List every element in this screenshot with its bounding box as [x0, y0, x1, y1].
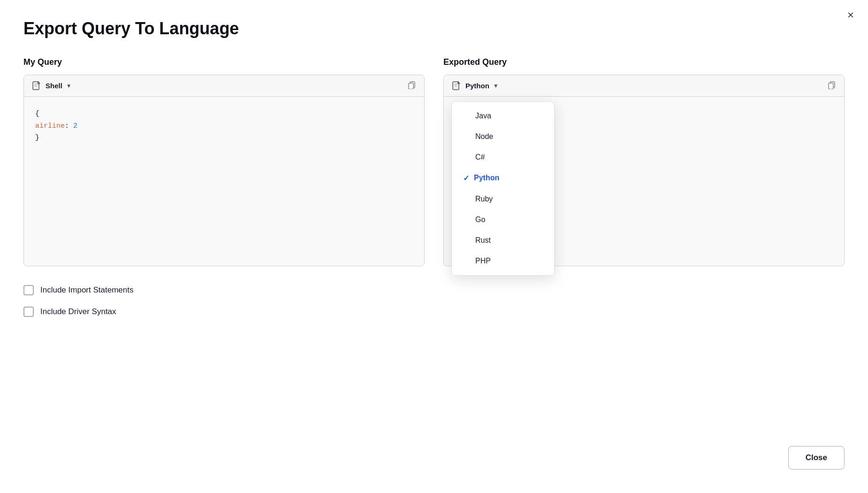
checkboxes-section: Include Import Statements Include Driver… — [23, 285, 845, 317]
modal-container: × Export Query To Language My Query — [0, 0, 868, 493]
my-query-label: My Query — [23, 57, 425, 67]
dropdown-item-node[interactable]: Node — [452, 126, 554, 147]
my-query-content: { airline: 2 } — [24, 97, 424, 266]
dropdown-item-python[interactable]: ✓ Python — [452, 168, 554, 189]
modal-title: Export Query To Language — [23, 19, 845, 39]
dropdown-item-ruby[interactable]: Ruby — [452, 189, 554, 209]
exported-query-editor-box: Python ▼ Java Node — [443, 75, 845, 266]
copy-icon — [407, 80, 417, 89]
include-import-checkbox[interactable] — [23, 285, 34, 295]
exported-query-label: Exported Query — [443, 57, 845, 67]
include-import-label: Include Import Statements — [40, 285, 133, 295]
code-key: airline — [35, 122, 65, 130]
shell-doc-icon — [31, 81, 42, 91]
svg-rect-5 — [829, 83, 833, 89]
include-driver-checkbox[interactable] — [23, 307, 34, 317]
exported-query-toolbar: Python ▼ Java Node — [444, 75, 844, 97]
my-query-lang-selector[interactable]: Shell ▼ — [31, 81, 72, 91]
close-x-button[interactable]: × — [847, 9, 854, 21]
close-footer-button[interactable]: Close — [788, 446, 845, 470]
include-import-row[interactable]: Include Import Statements — [23, 285, 845, 295]
include-driver-label: Include Driver Syntax — [40, 307, 116, 316]
include-driver-row[interactable]: Include Driver Syntax — [23, 307, 845, 317]
dropdown-item-go[interactable]: Go — [452, 209, 554, 230]
dropdown-item-php[interactable]: PHP — [452, 251, 554, 271]
selected-check-icon: ✓ — [463, 174, 469, 183]
exported-lang-name: Python — [465, 82, 489, 90]
dropdown-item-csharp[interactable]: C# — [452, 147, 554, 168]
python-doc-icon — [451, 81, 462, 91]
exported-lang-dropdown-wrapper: Python ▼ Java Node — [451, 81, 499, 91]
footer-row: Close — [788, 446, 845, 470]
svg-rect-2 — [409, 83, 413, 89]
my-query-editor-box: Shell ▼ { airline: 2 } — [23, 75, 425, 266]
dropdown-item-rust[interactable]: Rust — [452, 230, 554, 251]
my-query-toolbar: Shell ▼ — [24, 75, 424, 97]
code-value: 2 — [73, 122, 77, 130]
my-query-lang-name: Shell — [46, 82, 62, 90]
my-query-copy-button[interactable] — [407, 80, 417, 92]
my-query-chevron-icon: ▼ — [66, 83, 72, 89]
exported-copy-icon — [827, 80, 837, 89]
panels-row: My Query Shell ▼ — [23, 57, 845, 266]
code-close-brace: } — [35, 134, 39, 142]
my-query-panel: My Query Shell ▼ — [23, 57, 425, 266]
exported-lang-chevron-icon: ▼ — [493, 83, 499, 89]
code-open-brace: { — [35, 110, 39, 118]
dropdown-item-java[interactable]: Java — [452, 106, 554, 126]
exported-query-panel: Exported Query — [443, 57, 845, 266]
language-dropdown-menu: Java Node C# ✓ — [451, 101, 555, 276]
exported-lang-selector[interactable]: Python ▼ — [451, 81, 499, 91]
exported-query-copy-button[interactable] — [827, 80, 837, 92]
